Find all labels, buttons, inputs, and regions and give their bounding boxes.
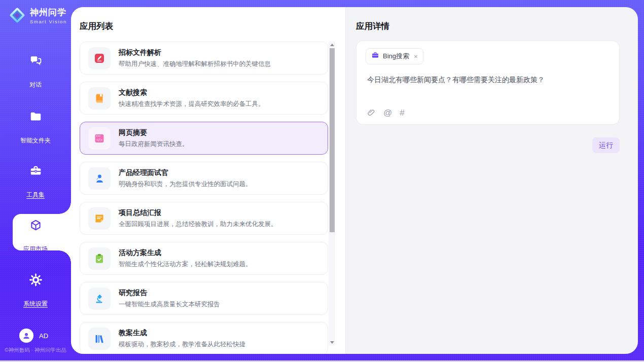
app-card[interactable]: 招标文件解析 帮助用户快速、准确地理解和解析招标书中的关键信息 [80, 42, 328, 75]
sidebar-item-market[interactable]: 应用市场 [0, 218, 71, 254]
close-icon[interactable]: × [414, 53, 418, 60]
app-card[interactable]: 文献搜索 快速精准查找学术资源，提高研究效率的必备工具。 [80, 82, 328, 115]
app-name: 文献搜索 [119, 88, 265, 97]
cube-icon [0, 218, 71, 232]
sidebar-item-folders[interactable]: 智能文件夹 [0, 110, 71, 145]
user-initials: AD [39, 332, 48, 340]
app-description: 全面回顾项目进展，总结经验教训，助力未来优化发展。 [119, 220, 277, 229]
sidebar-item-label: 对话 [29, 81, 42, 89]
app-name: 活动方案生成 [119, 248, 252, 258]
app-description: 每日政府新闻资讯快查。 [119, 140, 189, 149]
app-description: 一键智能生成高质量长文本研究报告 [119, 300, 220, 309]
brand-name: 神州问学 [30, 8, 67, 18]
app-card[interactable]: </> 网页摘要 每日政府新闻资讯快查。 [80, 122, 328, 155]
project-report-icon [88, 207, 111, 230]
literature-search-icon [88, 87, 111, 110]
app-description: 快速精准查找学术资源，提高研究效率的必备工具。 [119, 100, 265, 108]
app-name: 项目总结汇报 [119, 208, 277, 218]
research-report-icon [88, 287, 111, 310]
app-name: 产品经理面试官 [119, 168, 252, 177]
brand-subtitle: Smart Vision [30, 19, 67, 24]
svg-text:</>: </> [96, 137, 102, 141]
gear-icon [0, 273, 71, 287]
app-card[interactable]: 产品经理面试官 明确身份和职责，为您提供专业性的面试问题。 [80, 162, 328, 195]
diamond-logo-icon [8, 6, 26, 26]
app-card[interactable]: 研究报告 一键智能生成高质量长文本研究报告 [80, 282, 328, 315]
app-name: 网页摘要 [119, 128, 189, 137]
sidebar-item-label: 智能文件夹 [20, 136, 51, 145]
avatar [19, 329, 33, 343]
brand-logo: 神州问学 Smart Vision [8, 6, 67, 26]
briefcase-icon [371, 51, 379, 61]
hash-icon[interactable]: # [400, 108, 404, 117]
app-list-panel: 应用列表 招标文件解析 帮助用户快速、准确地理解和解析招标书中的关键信息 文献搜… [71, 7, 346, 354]
app-description: 智能生成个性化活动方案，轻松解决规划难题。 [119, 260, 252, 269]
user-account[interactable]: AD [19, 329, 48, 343]
app-list-title: 应用列表 [80, 21, 113, 32]
sidebar-item-label: 工具集 [26, 191, 45, 199]
sidebar-item-label: 系统设置 [23, 300, 48, 308]
app-name: 招标文件解析 [119, 48, 271, 57]
scrollbar-thumb[interactable] [330, 48, 335, 232]
folder-icon [0, 110, 71, 124]
app-list: 招标文件解析 帮助用户快速、准确地理解和解析招标书中的关键信息 文献搜索 快速精… [80, 42, 328, 354]
app-name: 教案生成 [119, 329, 245, 338]
app-description: 明确身份和职责，为您提供专业性的面试问题。 [119, 180, 252, 189]
interviewer-icon [88, 167, 111, 190]
mention-icon[interactable]: @ [383, 108, 392, 117]
toolbox-icon [0, 164, 71, 178]
bid-parse-icon [88, 47, 111, 69]
run-button[interactable]: 运行 [592, 137, 620, 153]
content-area: 应用列表 招标文件解析 帮助用户快速、准确地理解和解析招标书中的关键信息 文献搜… [71, 7, 638, 354]
prompt-text[interactable]: 今日湖北有哪些新闻要点？有哪些需要关注的最新政策？ [367, 76, 609, 85]
attachment-icon[interactable] [367, 107, 376, 118]
sidebar-item-settings[interactable]: 系统设置 [0, 273, 71, 308]
activity-plan-icon [88, 247, 111, 270]
lesson-plan-icon [88, 328, 111, 350]
chat-icon [0, 54, 71, 68]
scrollbar[interactable] [329, 42, 335, 346]
app-card[interactable]: 活动方案生成 智能生成个性化活动方案，轻松解决规划难题。 [80, 242, 328, 275]
scroll-down-arrow-icon[interactable] [330, 341, 334, 344]
sidebar-item-chat[interactable]: 对话 [0, 54, 71, 89]
app-card[interactable]: 项目总结汇报 全面回顾项目进展，总结经验教训，助力未来优化发展。 [80, 202, 328, 235]
prompt-composer[interactable]: Bing搜索 × 今日湖北有哪些新闻要点？有哪些需要关注的最新政策？ @# [356, 41, 620, 125]
sidebar-item-tools[interactable]: 工具集 [0, 164, 71, 199]
copyright-text: ©神州数码 · 神州问学出品 [0, 347, 71, 354]
app-name: 研究报告 [119, 288, 220, 298]
app-detail-title: 应用详情 [356, 21, 389, 32]
tool-chip-label: Bing搜索 [383, 52, 409, 61]
scroll-up-arrow-icon[interactable] [330, 44, 334, 46]
sidebar: 神州问学 Smart Vision 对话 智能文件夹 工具集 应用市场 系统设置… [0, 0, 71, 362]
app-description: 模板驱动，教案秒成，教学准备从此轻松快捷 [119, 340, 245, 349]
web-summary-icon: </> [88, 127, 111, 150]
app-card[interactable]: 教案生成 模板驱动，教案秒成，教学准备从此轻松快捷 [80, 322, 328, 354]
sidebar-item-label: 应用市场 [23, 245, 48, 254]
composer-toolbar: @# [367, 107, 405, 118]
app-description: 帮助用户快速、准确地理解和解析招标书中的关键信息 [119, 60, 271, 68]
tool-chip-bing-search[interactable]: Bing搜索 × [366, 48, 423, 64]
